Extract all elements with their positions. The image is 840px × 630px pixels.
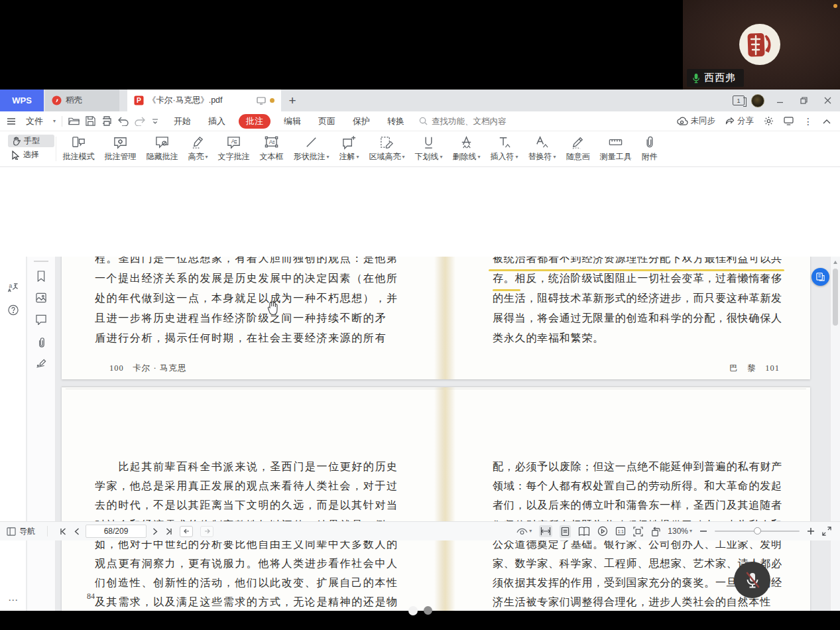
close-button[interactable] (819, 94, 836, 108)
share-button[interactable]: 分享 (725, 115, 754, 127)
webcam-video-tile[interactable]: 西西弗 (683, 0, 840, 90)
menu-edit[interactable]: 编辑 (280, 114, 305, 129)
redo-icon[interactable] (135, 117, 145, 126)
rail-drag-handle[interactable] (34, 261, 48, 262)
svg-text:P: P (137, 97, 141, 104)
customize-quick-access-icon[interactable] (151, 117, 159, 125)
view-back-button[interactable] (180, 526, 193, 537)
carousel-dot[interactable] (424, 606, 432, 615)
search-box[interactable] (419, 117, 510, 126)
tab-document-active[interactable]: P 《卡尔·马克思》.pdf (127, 90, 281, 111)
menu-convert[interactable]: 转换 (383, 114, 408, 129)
tool-attachment[interactable]: 附件 (636, 131, 662, 166)
facing-pages-view-button[interactable] (578, 527, 590, 536)
first-page-button[interactable] (60, 528, 68, 535)
tool-strikethrough[interactable]: 删除线▾ (448, 131, 485, 166)
wps-assistant-button[interactable] (811, 268, 829, 286)
tool-measure[interactable]: 测量工具 (595, 131, 636, 166)
hand-tool-button[interactable]: 手型 (8, 135, 54, 147)
underline-annotation[interactable] (489, 269, 784, 271)
search-input[interactable] (432, 117, 510, 126)
fullscreen-button[interactable] (822, 527, 831, 536)
menu-insert[interactable]: 插入 (204, 114, 229, 129)
screen-reading-icon[interactable] (257, 97, 266, 105)
window-switcher-icon[interactable]: 1 (733, 95, 745, 105)
zoom-out-button[interactable] (699, 527, 707, 535)
ink-annotation-icon[interactable] (36, 358, 47, 369)
tool-buttons: 批注模式 批注管理 隐藏批注 高亮▾ A 文字批注 (58, 131, 662, 166)
tab-docer[interactable]: 稻壳 (45, 90, 119, 111)
navigation-panel-toggle[interactable]: 导航 (7, 526, 35, 537)
tool-hide-annotations[interactable]: 隐藏批注 (141, 131, 183, 166)
fit-page-button[interactable] (633, 527, 643, 536)
autoplay-button[interactable] (597, 526, 608, 536)
scrollbar-thumb[interactable] (833, 269, 838, 326)
tool-annotation-mode[interactable]: 批注模式 (58, 131, 99, 166)
underline-annotation[interactable] (493, 289, 520, 291)
tool-label: 测量工具 (600, 151, 632, 162)
more-options-icon[interactable]: ⋯ (8, 594, 18, 606)
tool-annotation-manager[interactable]: 批注管理 (99, 131, 141, 166)
view-forward-button[interactable] (200, 526, 213, 537)
minimize-button[interactable] (771, 94, 788, 108)
undo-icon[interactable] (118, 117, 129, 126)
tool-caret-replace[interactable]: 替换符▾ (523, 131, 561, 166)
divider (47, 526, 48, 536)
open-folder-icon[interactable] (68, 116, 80, 126)
tool-text-box[interactable]: A 文本框 (255, 131, 288, 166)
menu-start[interactable]: 开始 (170, 114, 195, 129)
new-tab-button[interactable]: + (281, 90, 304, 111)
settings-gear-icon[interactable] (764, 116, 774, 126)
menu-protect[interactable]: 保护 (349, 114, 374, 129)
translate-icon[interactable]: a (7, 282, 19, 293)
select-tool-button[interactable]: 选择 (8, 149, 54, 161)
menu-annotate-active[interactable]: 批注 (239, 114, 270, 129)
wps-window: WPS 稻壳 P 《卡尔·马克思》.pdf + (0, 90, 840, 540)
comment-list-icon[interactable] (36, 314, 47, 325)
zoom-in-button[interactable] (807, 527, 815, 535)
scroll-up-icon[interactable] (833, 261, 837, 264)
tool-shape-annotation[interactable]: 形状批注▾ (288, 131, 334, 166)
fit-width-button[interactable] (539, 525, 552, 537)
account-avatar[interactable] (751, 94, 764, 107)
zoom-slider[interactable] (715, 531, 800, 532)
rotate-page-button[interactable] (650, 527, 660, 536)
help-icon[interactable] (7, 304, 19, 316)
next-page-button[interactable] (152, 528, 158, 535)
feedback-icon[interactable] (784, 117, 794, 125)
attachment-list-icon[interactable] (36, 336, 46, 347)
tool-area-highlight[interactable]: 区域高亮▾ (364, 131, 410, 166)
file-menu[interactable]: 文件 (22, 114, 47, 129)
page-number-input[interactable] (86, 525, 147, 538)
vertical-scrollbar[interactable] (830, 257, 840, 611)
last-page-button[interactable] (164, 528, 172, 535)
print-icon[interactable] (101, 116, 112, 126)
tool-freehand-draw[interactable]: 随意画 (561, 131, 595, 166)
sync-status[interactable]: 未同步 (677, 115, 716, 127)
tool-highlight[interactable]: 高亮▾ (183, 131, 213, 166)
wps-home-button[interactable]: WPS (0, 90, 44, 111)
zoom-slider-handle[interactable] (754, 527, 761, 535)
tool-note[interactable]: 注解▾ (334, 131, 364, 166)
kebab-menu-icon[interactable]: ⋮ (804, 116, 813, 127)
tool-underline[interactable]: 下划线▾ (410, 131, 448, 166)
screen-share-stage: WPS 稻壳 P 《卡尔·马克思》.pdf + (0, 0, 840, 630)
collapse-ribbon-icon[interactable] (823, 119, 831, 124)
book-text-line: 一个提出经济关系的发展是历史发展中的决定因素（在他所 (95, 269, 403, 288)
restore-button[interactable] (795, 94, 812, 108)
tool-caret-insert[interactable]: 插入符▾ (485, 131, 523, 166)
tool-text-annotation[interactable]: A 文字批注 (213, 131, 255, 166)
microphone-muted-button[interactable] (734, 562, 770, 598)
save-icon[interactable] (86, 116, 95, 126)
hamburger-menu-icon[interactable] (7, 117, 16, 125)
actual-size-button[interactable]: 1:1 (615, 527, 626, 536)
bookmark-icon[interactable] (36, 271, 46, 282)
zoom-level-dropdown[interactable]: 130% ▾ (668, 527, 692, 536)
document-viewport[interactable]: a ⋯ (0, 257, 840, 611)
page-thumbnail-icon[interactable] (36, 292, 47, 303)
prev-page-button[interactable] (74, 528, 80, 535)
menu-page[interactable]: 页面 (314, 114, 339, 129)
eye-protect-mode-button[interactable]: ▾ (516, 527, 532, 536)
single-page-view-button[interactable] (560, 525, 571, 538)
carousel-dot-active[interactable] (408, 606, 418, 615)
